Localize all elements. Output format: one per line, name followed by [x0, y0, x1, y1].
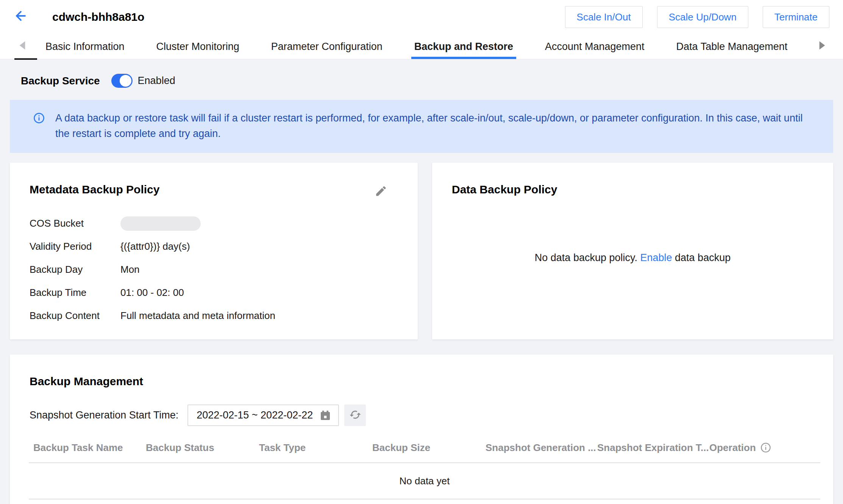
policy-cards-row: Metadata Backup Policy COS Bucket Validi… — [10, 163, 833, 339]
row-value: Full metadata and meta information — [120, 310, 275, 322]
terminate-button[interactable]: Terminate — [763, 6, 829, 28]
col-snapshot-generation: Snapshot Generation ... — [486, 442, 597, 454]
row-value: {({attr0})} day(s) — [120, 241, 190, 252]
header-actions: Scale In/Out Scale Up/Down Terminate — [565, 6, 829, 28]
empty-text-prefix: No data backup policy. — [535, 252, 640, 264]
policy-row-backup-content: Backup Content Full metadata and meta in… — [30, 304, 398, 327]
tabs: Basic Information Cluster Monitoring Par… — [45, 34, 788, 59]
refresh-button[interactable] — [344, 404, 366, 426]
col-backup-size: Backup Size — [372, 442, 486, 454]
pencil-icon — [375, 188, 387, 200]
masked-value-pill — [120, 216, 201, 231]
col-task-type: Task Type — [259, 442, 372, 454]
row-value: 01: 00 - 02: 00 — [120, 287, 184, 299]
policy-row-backup-time: Backup Time 01: 00 - 02: 00 — [30, 281, 398, 304]
backup-table: Backup Task Name Backup Status Task Type… — [29, 433, 820, 499]
empty-text-suffix: data backup — [672, 252, 731, 264]
date-range-value: 2022-02-15 ~ 2022-02-22 — [197, 409, 319, 421]
scale-up-down-button[interactable]: Scale Up/Down — [657, 6, 748, 28]
scale-in-out-button[interactable]: Scale In/Out — [565, 6, 643, 28]
snapshot-start-time-label: Snapshot Generation Start Time: — [30, 409, 178, 421]
data-backup-policy-card: Data Backup Policy No data backup policy… — [432, 163, 833, 339]
page-header: cdwch-bhh8a81o Scale In/Out Scale Up/Dow… — [0, 0, 843, 59]
table-header-row: Backup Task Name Backup Status Task Type… — [29, 433, 820, 463]
row-value: Mon — [120, 264, 140, 275]
tab-bar: Basic Information Cluster Monitoring Par… — [0, 34, 843, 59]
chevron-left-icon — [18, 40, 27, 53]
policy-row-backup-day: Backup Day Mon — [30, 258, 398, 281]
tab-backup-and-restore[interactable]: Backup and Restore — [414, 34, 514, 59]
policy-row-cos-bucket: COS Bucket — [30, 212, 398, 235]
data-policy-empty-state: No data backup policy. Enable data backu… — [432, 163, 833, 339]
backup-service-row: Backup Service Enabled — [0, 74, 843, 88]
operation-info-icon[interactable] — [760, 442, 771, 453]
col-backup-status: Backup Status — [146, 442, 259, 454]
tab-cluster-monitoring[interactable]: Cluster Monitoring — [156, 34, 240, 59]
edit-policy-button[interactable] — [375, 185, 387, 198]
tab-scroll-indicator — [14, 58, 37, 60]
page-title: cdwch-bhh8a81o — [52, 11, 144, 23]
policy-row-validity-period: Validity Period {({attr0})} day(s) — [30, 235, 398, 258]
backup-management-title: Backup Management — [10, 355, 833, 388]
tabs-scroll-left-button[interactable] — [0, 34, 38, 59]
banner-text: A data backup or restore task will fail … — [55, 110, 810, 142]
calendar-icon[interactable] — [319, 409, 331, 422]
backup-service-label: Backup Service — [21, 75, 100, 87]
tab-account-management[interactable]: Account Management — [544, 34, 645, 59]
metadata-backup-policy-card: Metadata Backup Policy COS Bucket Validi… — [10, 163, 418, 339]
tabs-scroll-right-button[interactable] — [818, 34, 843, 59]
backup-management-card: Backup Management Snapshot Generation St… — [10, 355, 833, 504]
row-label: Backup Day — [30, 264, 120, 275]
tab-parameter-configuration[interactable]: Parameter Configuration — [270, 34, 383, 59]
refresh-icon — [349, 409, 361, 422]
row-label: COS Bucket — [30, 218, 120, 229]
back-button[interactable] — [14, 9, 36, 26]
col-backup-task-name: Backup Task Name — [33, 442, 146, 454]
tab-data-table-management[interactable]: Data Table Management — [676, 34, 788, 59]
chevron-right-icon — [818, 40, 826, 53]
backup-service-toggle[interactable] — [111, 74, 133, 88]
backup-service-status: Enabled — [138, 75, 175, 87]
col-snapshot-expiration: Snapshot Expiration T... — [597, 442, 709, 454]
metadata-policy-rows: COS Bucket Validity Period {({attr0})} d… — [10, 196, 418, 327]
row-label: Backup Content — [30, 310, 120, 322]
date-range-input[interactable]: 2022-02-15 ~ 2022-02-22 — [187, 404, 339, 426]
arrow-left-icon — [14, 9, 28, 26]
col-operation: Operation — [709, 442, 777, 454]
table-empty-state: No data yet — [29, 463, 820, 499]
header-row: cdwch-bhh8a81o Scale In/Out Scale Up/Dow… — [0, 0, 843, 34]
col-operation-label: Operation — [709, 442, 756, 454]
metadata-policy-title: Metadata Backup Policy — [10, 163, 418, 196]
info-banner: A data backup or restore task will fail … — [10, 100, 833, 153]
tab-basic-information[interactable]: Basic Information — [45, 34, 125, 59]
enable-data-backup-link[interactable]: Enable — [640, 252, 672, 264]
info-circle-icon — [33, 112, 45, 124]
row-label: Validity Period — [30, 241, 120, 252]
row-label: Backup Time — [30, 287, 120, 299]
toggle-knob — [120, 75, 131, 87]
snapshot-filter-row: Snapshot Generation Start Time: 2022-02-… — [10, 388, 833, 426]
